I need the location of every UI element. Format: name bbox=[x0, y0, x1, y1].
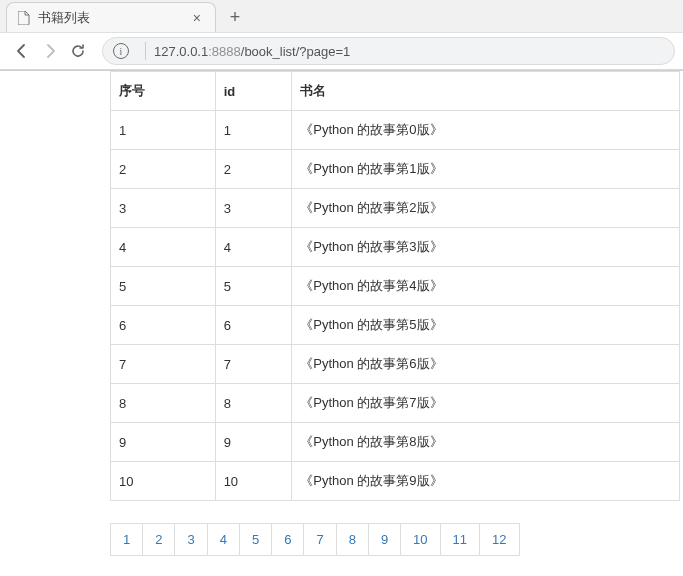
cell-seq: 1 bbox=[111, 111, 216, 150]
table-row: 22《Python 的故事第1版》 bbox=[111, 150, 680, 189]
document-icon bbox=[17, 10, 31, 26]
page-link[interactable]: 10 bbox=[400, 523, 440, 556]
reload-button[interactable] bbox=[64, 37, 92, 65]
cell-seq: 8 bbox=[111, 384, 216, 423]
table-row: 33《Python 的故事第2版》 bbox=[111, 189, 680, 228]
page-link[interactable]: 12 bbox=[479, 523, 519, 556]
tab-bar: 书籍列表 × + bbox=[0, 0, 683, 32]
tab-title: 书籍列表 bbox=[38, 9, 189, 27]
cell-id: 7 bbox=[215, 345, 292, 384]
url-path: /book_list/?page=1 bbox=[241, 44, 351, 59]
table-row: 66《Python 的故事第5版》 bbox=[111, 306, 680, 345]
cell-id: 2 bbox=[215, 150, 292, 189]
cell-id: 8 bbox=[215, 384, 292, 423]
cell-name: 《Python 的故事第4版》 bbox=[292, 267, 680, 306]
col-header-id: id bbox=[215, 72, 292, 111]
table-row: 88《Python 的故事第7版》 bbox=[111, 384, 680, 423]
back-button[interactable] bbox=[8, 37, 36, 65]
table-row: 99《Python 的故事第8版》 bbox=[111, 423, 680, 462]
cell-name: 《Python 的故事第9版》 bbox=[292, 462, 680, 501]
col-header-name: 书名 bbox=[292, 72, 680, 111]
cell-id: 9 bbox=[215, 423, 292, 462]
url-port: :8888 bbox=[208, 44, 241, 59]
page-link[interactable]: 6 bbox=[271, 523, 304, 556]
cell-seq: 7 bbox=[111, 345, 216, 384]
cell-name: 《Python 的故事第1版》 bbox=[292, 150, 680, 189]
table-row: 77《Python 的故事第6版》 bbox=[111, 345, 680, 384]
cell-name: 《Python 的故事第2版》 bbox=[292, 189, 680, 228]
col-header-seq: 序号 bbox=[111, 72, 216, 111]
page-content: 序号 id 书名 11《Python 的故事第0版》22《Python 的故事第… bbox=[0, 71, 683, 556]
table-row: 11《Python 的故事第0版》 bbox=[111, 111, 680, 150]
table-row: 1010《Python 的故事第9版》 bbox=[111, 462, 680, 501]
plus-icon: + bbox=[230, 7, 241, 28]
cell-seq: 4 bbox=[111, 228, 216, 267]
cell-seq: 2 bbox=[111, 150, 216, 189]
cell-name: 《Python 的故事第0版》 bbox=[292, 111, 680, 150]
table-row: 44《Python 的故事第3版》 bbox=[111, 228, 680, 267]
page-link[interactable]: 8 bbox=[336, 523, 369, 556]
cell-id: 10 bbox=[215, 462, 292, 501]
browser-chrome: 书籍列表 × + i 127.0.0.1:8888/book_list/?pag… bbox=[0, 0, 683, 71]
info-icon[interactable]: i bbox=[113, 43, 129, 59]
page-link[interactable]: 3 bbox=[174, 523, 207, 556]
cell-name: 《Python 的故事第8版》 bbox=[292, 423, 680, 462]
browser-tab[interactable]: 书籍列表 × bbox=[6, 2, 216, 32]
address-bar[interactable]: i 127.0.0.1:8888/book_list/?page=1 bbox=[102, 37, 675, 65]
cell-id: 5 bbox=[215, 267, 292, 306]
cell-seq: 9 bbox=[111, 423, 216, 462]
cell-seq: 3 bbox=[111, 189, 216, 228]
page-link[interactable]: 11 bbox=[440, 523, 480, 556]
cell-name: 《Python 的故事第6版》 bbox=[292, 345, 680, 384]
close-icon[interactable]: × bbox=[189, 10, 205, 26]
table-header-row: 序号 id 书名 bbox=[111, 72, 680, 111]
cell-seq: 5 bbox=[111, 267, 216, 306]
cell-id: 4 bbox=[215, 228, 292, 267]
page-link[interactable]: 5 bbox=[239, 523, 272, 556]
container: 序号 id 书名 11《Python 的故事第0版》22《Python 的故事第… bbox=[110, 71, 680, 556]
cell-id: 3 bbox=[215, 189, 292, 228]
cell-seq: 10 bbox=[111, 462, 216, 501]
cell-id: 1 bbox=[215, 111, 292, 150]
page-link[interactable]: 1 bbox=[110, 523, 143, 556]
forward-button[interactable] bbox=[36, 37, 64, 65]
new-tab-button[interactable]: + bbox=[222, 4, 248, 30]
cell-id: 6 bbox=[215, 306, 292, 345]
cell-name: 《Python 的故事第7版》 bbox=[292, 384, 680, 423]
page-link[interactable]: 7 bbox=[303, 523, 336, 556]
page-link[interactable]: 2 bbox=[142, 523, 175, 556]
book-table: 序号 id 书名 11《Python 的故事第0版》22《Python 的故事第… bbox=[110, 71, 680, 501]
addr-divider bbox=[145, 42, 146, 60]
cell-name: 《Python 的故事第5版》 bbox=[292, 306, 680, 345]
cell-name: 《Python 的故事第3版》 bbox=[292, 228, 680, 267]
page-link[interactable]: 4 bbox=[207, 523, 240, 556]
pagination: 123456789101112 bbox=[110, 523, 680, 556]
page-link[interactable]: 9 bbox=[368, 523, 401, 556]
cell-seq: 6 bbox=[111, 306, 216, 345]
table-row: 55《Python 的故事第4版》 bbox=[111, 267, 680, 306]
url-host: 127.0.0.1 bbox=[154, 44, 208, 59]
browser-toolbar: i 127.0.0.1:8888/book_list/?page=1 bbox=[0, 32, 683, 70]
